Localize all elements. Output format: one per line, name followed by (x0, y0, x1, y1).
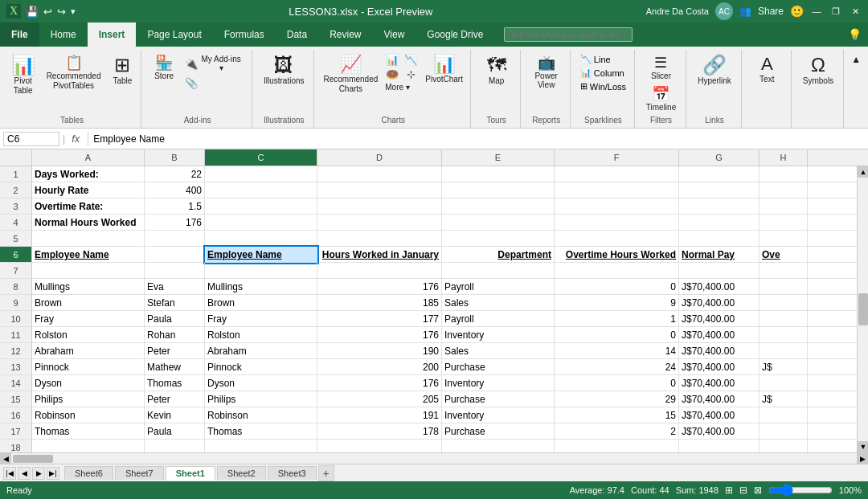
cell-13-F[interactable]: 24 (555, 359, 679, 375)
cell-1-G[interactable] (679, 166, 760, 182)
cell-6-H[interactable]: Ove (760, 247, 808, 263)
cell-3-A[interactable]: Overtime Rate: (32, 198, 145, 215)
cell-5-E[interactable] (442, 231, 555, 247)
cell-2-B[interactable]: 400 (145, 182, 205, 198)
sheet-tab-sheet3[interactable]: Sheet3 (268, 466, 317, 480)
cell-6-E[interactable]: Department (442, 247, 555, 263)
minimize-btn[interactable]: — (810, 5, 823, 18)
cell-7-G[interactable] (679, 263, 760, 279)
cell-15-A[interactable]: Philips (32, 391, 145, 407)
tab-google-drive[interactable]: Google Drive (416, 22, 494, 47)
cell-17-B[interactable]: Paula (145, 423, 205, 440)
cell-18-D[interactable] (317, 440, 442, 452)
cell-2-F[interactable] (555, 182, 679, 198)
cell-14-G[interactable]: J$70,400.00 (679, 375, 760, 391)
cell-17-H[interactable] (760, 423, 808, 440)
recommended-pivot-btn[interactable]: 📋 RecommendedPivotTables (43, 53, 105, 93)
cell-12-F[interactable]: 14 (555, 343, 679, 359)
cell-7-F[interactable] (555, 263, 679, 279)
cell-17-G[interactable]: J$70,400.00 (679, 423, 760, 440)
col-header-h[interactable]: H (760, 149, 808, 166)
cell-13-A[interactable]: Pinnock (32, 359, 145, 375)
share-icon[interactable]: 👥 (739, 6, 751, 17)
cell-9-C[interactable]: Brown (205, 295, 317, 311)
cell-14-D[interactable]: 176 (317, 375, 442, 391)
cell-8-F[interactable]: 0 (555, 279, 679, 295)
cell-18-G[interactable] (679, 440, 760, 452)
my-addins-btn[interactable]: 🔌 My Add-ins ▾ (182, 53, 245, 74)
cell-15-F[interactable]: 29 (555, 391, 679, 407)
cell-5-B[interactable] (145, 231, 205, 247)
cell-17-F[interactable]: 2 (555, 423, 679, 440)
tab-view[interactable]: View (373, 22, 416, 47)
cell-9-D[interactable]: 185 (317, 295, 442, 311)
cell-9-F[interactable]: 9 (555, 295, 679, 311)
cell-12-G[interactable]: J$70,400.00 (679, 343, 760, 359)
cell-18-A[interactable] (32, 440, 145, 452)
scroll-left-btn[interactable]: ◀ (0, 453, 11, 464)
collapse-ribbon-btn[interactable]: ▲ (847, 51, 865, 67)
cell-2-E[interactable] (442, 182, 555, 198)
cell-9-E[interactable]: Sales (442, 295, 555, 311)
cell-1-B[interactable]: 22 (145, 166, 205, 182)
scroll-thumb-h[interactable] (13, 455, 53, 463)
cell-13-G[interactable]: J$70,400.00 (679, 359, 760, 375)
cell-11-E[interactable]: Inventory (442, 327, 555, 343)
bar-chart-btn[interactable]: 📊 (383, 53, 401, 67)
fx-button[interactable]: fx (68, 133, 83, 145)
cell-10-C[interactable]: Fray (205, 311, 317, 327)
cell-14-B[interactable]: Thomas (145, 375, 205, 391)
cell-5-A[interactable] (32, 231, 145, 247)
cell-6-B[interactable] (145, 247, 205, 263)
cell-1-F[interactable] (555, 166, 679, 182)
cell-8-D[interactable]: 176 (317, 279, 442, 295)
tab-scroll-next-btn[interactable]: ▶ (32, 467, 45, 480)
horizontal-scrollbar[interactable]: ◀ ▶ (0, 452, 868, 464)
cell-13-C[interactable]: Pinnock (205, 359, 317, 375)
store-btn[interactable]: 🏪 Store (149, 53, 178, 83)
cell-5-G[interactable] (679, 231, 760, 247)
cell-5-H[interactable] (760, 231, 808, 247)
cell-10-A[interactable]: Fray (32, 311, 145, 327)
cell-3-D[interactable] (317, 198, 442, 215)
cell-12-C[interactable]: Abraham (205, 343, 317, 359)
close-btn[interactable]: ✕ (849, 5, 862, 18)
tab-review[interactable]: Review (318, 22, 372, 47)
cell-7-H[interactable] (760, 263, 808, 279)
cell-2-G[interactable] (679, 182, 760, 198)
cell-7-A[interactable] (32, 263, 145, 279)
cell-16-E[interactable]: Inventory (442, 407, 555, 423)
vertical-scrollbar[interactable]: ▲ ▼ (857, 166, 868, 452)
zoom-slider[interactable] (768, 484, 833, 497)
line-chart-btn[interactable]: 📉 (402, 53, 420, 67)
addins-extra-btn[interactable]: 📎 (182, 76, 245, 91)
cell-15-B[interactable]: Peter (145, 391, 205, 407)
cell-12-A[interactable]: Abraham (32, 343, 145, 359)
cell-18-B[interactable] (145, 440, 205, 452)
cell-18-F[interactable] (555, 440, 679, 452)
cell-16-D[interactable]: 191 (317, 407, 442, 423)
cell-reference-input[interactable] (3, 132, 59, 146)
cell-4-A[interactable]: Normal Hours Worked (32, 215, 145, 231)
restore-btn[interactable]: ❐ (829, 5, 842, 18)
col-header-a[interactable]: A (32, 149, 145, 166)
tab-scroll-last-btn[interactable]: ▶| (47, 467, 59, 480)
tab-file[interactable]: File (0, 22, 39, 47)
cell-3-F[interactable] (555, 198, 679, 215)
cell-17-A[interactable]: Thomas (32, 423, 145, 440)
sparkline-line-btn[interactable]: 📉 Line (578, 53, 628, 65)
slicer-btn[interactable]: ☰ Slicer (642, 53, 680, 83)
quick-access-save[interactable]: 💾 (26, 6, 39, 18)
power-view-btn[interactable]: 📺 PowerView (530, 53, 561, 92)
col-header-e[interactable]: E (442, 149, 555, 166)
tell-me-input[interactable] (504, 27, 633, 42)
cell-18-C[interactable] (205, 440, 317, 452)
cell-6-C[interactable]: Employee Name (205, 247, 317, 263)
sheet-tab-sheet6[interactable]: Sheet6 (64, 466, 113, 480)
more-charts-btn[interactable]: More ▾ (383, 82, 411, 92)
share-label[interactable]: Share (758, 6, 784, 17)
cell-8-B[interactable]: Eva (145, 279, 205, 295)
cell-16-C[interactable]: Robinson (205, 407, 317, 423)
cell-9-B[interactable]: Stefan (145, 295, 205, 311)
page-layout-view-btn[interactable]: ⊟ (739, 485, 747, 496)
